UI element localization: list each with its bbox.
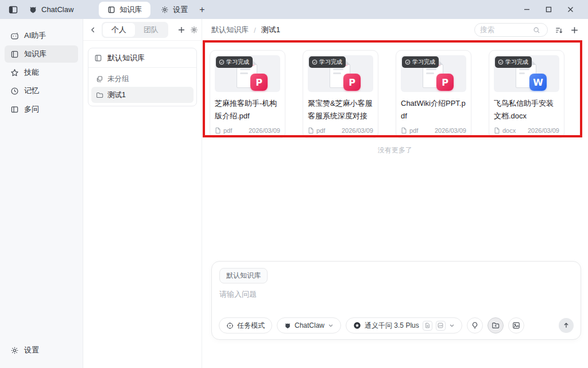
sort-icon [555, 26, 563, 34]
maximize-button[interactable] [537, 2, 559, 17]
file-type-label: docx [502, 127, 516, 134]
file-type-label: pdf [316, 127, 325, 134]
lightbulb-icon [471, 321, 479, 329]
check-circle-icon [405, 59, 411, 65]
document-card[interactable]: 学习完成 P ChatWiki介绍PPT.pdf pdf [396, 50, 471, 139]
kb-item-default[interactable]: 默认知识库 [88, 48, 196, 68]
breadcrumb-root[interactable]: 默认知识库 [211, 25, 249, 35]
content-area: 默认知识库 / 测试1 [202, 19, 588, 368]
file-icon [401, 127, 407, 134]
sidebar-item-memory[interactable]: 记忆 [5, 82, 78, 99]
segment-personal[interactable]: 个人 [103, 23, 135, 37]
sidebar-item-label: 记忆 [24, 86, 39, 96]
status-badge-label: 学习完成 [226, 58, 249, 66]
document-thumbnail: 学习完成 W [494, 55, 559, 92]
kb-group-list: 未分组 测试1 [88, 68, 196, 106]
word-logo-icon: W [529, 74, 547, 91]
add-knowledge-base-button[interactable] [177, 24, 185, 36]
back-button[interactable] [89, 26, 97, 34]
search-box[interactable] [474, 23, 548, 37]
agent-label: ChatClaw [295, 321, 324, 329]
kb-panel-header: 个人 团队 [83, 19, 202, 41]
titlebar: ChatClaw 知识库 设置 + [0, 0, 588, 19]
robot-icon [10, 32, 19, 40]
sidebar-item-knowledge-base[interactable]: 知识库 [5, 45, 78, 63]
sidebar-item-label: 技能 [24, 67, 39, 78]
file-icon [494, 127, 500, 134]
sidebar-toggle-button[interactable] [7, 3, 20, 16]
tab-knowledge-base[interactable]: 知识库 [99, 2, 150, 18]
kb-group-ungrouped[interactable]: 未分组 [91, 71, 194, 87]
kb-group-test1[interactable]: 测试1 [91, 87, 194, 103]
deep-think-button[interactable] [467, 317, 483, 334]
pdf-logo-icon: P [250, 74, 268, 91]
status-badge-label: 学习完成 [319, 58, 342, 66]
close-button[interactable] [559, 2, 581, 17]
file-type-label: pdf [223, 127, 232, 134]
search-input[interactable] [480, 26, 529, 34]
document-date: 2026/03/09 [528, 127, 559, 134]
sidebar-item-settings[interactable]: 设置 [5, 342, 78, 359]
sidebar-item-label: 多问 [24, 104, 39, 114]
document-title: 飞鸟私信助手安装文档.docx [494, 97, 559, 123]
scope-segmented-control: 个人 团队 [102, 22, 168, 38]
send-button[interactable] [559, 318, 574, 333]
gear-icon [10, 346, 19, 355]
task-mode-button[interactable]: 任务模式 [219, 317, 272, 334]
agent-selector[interactable]: ChatClaw [277, 317, 341, 334]
chatclaw-logo-icon [29, 5, 37, 14]
folder-plus-icon [492, 321, 500, 329]
maximize-icon [546, 6, 552, 13]
minimize-icon [524, 6, 530, 13]
gear-icon [161, 6, 169, 14]
question-input[interactable] [219, 290, 573, 298]
doc-capability-icon [423, 321, 432, 331]
kb-settings-button[interactable] [190, 24, 198, 36]
minimize-button[interactable] [516, 2, 537, 17]
check-circle-icon [498, 59, 504, 65]
document-card[interactable]: 学习完成 P 聚宝赞&芝麻小客服客服系统深度对接功能方... [303, 50, 378, 139]
book-icon [107, 6, 115, 14]
app-identity: ChatClaw [29, 5, 74, 14]
kb-group-label: 未分组 [107, 74, 129, 84]
check-circle-icon [219, 59, 225, 65]
sidebar-item-ai-assistant[interactable]: AI助手 [5, 27, 78, 44]
document-card-list: 学习完成 P 芝麻推客助手-机构版介绍.pdf pdf [202, 41, 588, 139]
document-date: 2026/03/09 [342, 127, 373, 134]
kb-group-label: 测试1 [107, 90, 126, 100]
segment-team[interactable]: 团队 [135, 23, 167, 37]
kb-context-chip[interactable]: 默认知识库 [219, 268, 268, 283]
document-card[interactable]: 学习完成 W 飞鸟私信助手安装文档.docx docx [489, 50, 564, 139]
attach-kb-button[interactable] [488, 317, 504, 334]
columns-icon [10, 105, 19, 114]
sidebar-item-skills[interactable]: 技能 [5, 64, 78, 81]
sidebar-toggle-icon [9, 5, 18, 14]
status-badge: 学习完成 [495, 56, 532, 68]
sidebar-item-label: 设置 [24, 345, 39, 355]
tab-settings[interactable]: 设置 [156, 2, 192, 18]
upload-image-button[interactable] [508, 317, 524, 334]
tab-label: 知识库 [119, 5, 142, 15]
stack-icon [96, 75, 103, 83]
sort-button[interactable] [555, 26, 563, 34]
image-capability-icon [436, 321, 446, 331]
document-thumbnail: 学习完成 P [215, 55, 280, 92]
model-selector[interactable]: 通义千问 3.5 Plus [346, 317, 462, 334]
folder-icon [96, 91, 103, 99]
new-tab-button[interactable]: + [199, 5, 204, 15]
chevron-down-icon [449, 323, 455, 328]
status-badge: 学习完成 [402, 56, 439, 68]
sidebar-item-multi-ask[interactable]: 多问 [5, 101, 78, 118]
clock-icon [10, 87, 19, 95]
add-document-button[interactable] [570, 26, 579, 34]
sidebar-item-label: AI助手 [24, 30, 46, 41]
document-thumbnail: 学习完成 P [308, 55, 373, 92]
sidebar-item-label: 知识库 [24, 49, 47, 59]
document-card[interactable]: 学习完成 P 芝麻推客助手-机构版介绍.pdf pdf [210, 50, 285, 139]
document-meta: docx 2026/03/09 [494, 127, 559, 134]
image-icon [512, 321, 520, 329]
kb-tree-container: 默认知识库 未分组 测试1 [88, 48, 197, 106]
chatclaw-logo-icon [284, 322, 291, 329]
breadcrumb-current: 测试1 [261, 25, 280, 35]
star-icon [10, 68, 19, 77]
